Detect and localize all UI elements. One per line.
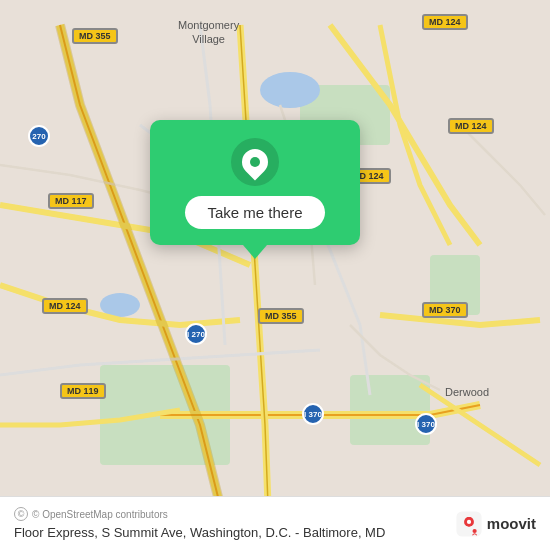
svg-point-8 [467, 519, 471, 523]
osm-attribution: © © OpenStreetMap contributors [14, 507, 385, 521]
svg-point-5 [100, 293, 140, 317]
road-badge-md124-left: MD 124 [42, 298, 88, 314]
pin-inner [237, 144, 274, 181]
copyright-icon: © [14, 507, 28, 521]
road-badge-md119: MD 119 [60, 383, 106, 399]
road-badge-md124-top-right: MD 124 [422, 14, 468, 30]
bottom-left-info: © © OpenStreetMap contributors Floor Exp… [14, 507, 385, 540]
road-badge-i370-left: I 370 [302, 403, 324, 425]
road-badge-md117: MD 117 [48, 193, 94, 209]
svg-rect-2 [350, 375, 430, 445]
location-pin-icon [231, 138, 279, 186]
svg-point-4 [260, 72, 320, 108]
road-badge-md355-top: MD 355 [72, 28, 118, 44]
road-badge-i370-right: I 370 [415, 413, 437, 435]
moovit-logo: moovit [455, 510, 536, 538]
location-title: Floor Express, S Summit Ave, Washington,… [14, 525, 385, 540]
road-badge-md355-mid: MD 355 [258, 308, 304, 324]
location-popup-card: Take me there [150, 120, 360, 245]
bottom-info-bar: © © OpenStreetMap contributors Floor Exp… [0, 496, 550, 550]
take-me-there-button[interactable]: Take me there [185, 196, 324, 229]
road-badge-md370-right: MD 370 [422, 302, 468, 318]
moovit-icon [455, 510, 483, 538]
map-container: Montgomery Village Derwood MD 355 MD 124… [0, 0, 550, 550]
svg-point-9 [472, 528, 476, 532]
map-roads-svg [0, 0, 550, 550]
osm-credit-text: © OpenStreetMap contributors [32, 509, 168, 520]
moovit-brand-text: moovit [487, 515, 536, 532]
road-badge-md124-mid-right: MD 124 [448, 118, 494, 134]
road-badge-i270-mid: I 270 [185, 323, 207, 345]
road-badge-i270-top: 270 [28, 125, 50, 147]
